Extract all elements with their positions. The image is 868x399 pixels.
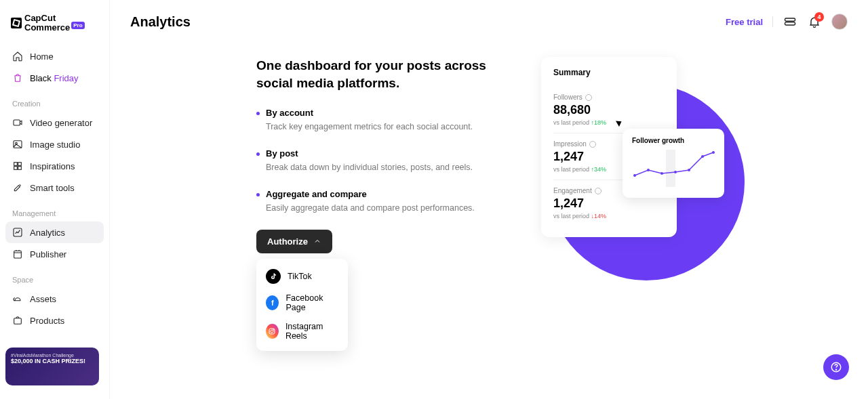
svg-rect-5 bbox=[14, 167, 18, 170]
facebook-icon: f bbox=[266, 295, 279, 310]
svg-rect-3 bbox=[14, 163, 18, 166]
bag-icon bbox=[12, 72, 23, 83]
help-fab[interactable] bbox=[823, 354, 849, 380]
svg-point-21 bbox=[701, 155, 704, 158]
products-icon bbox=[12, 315, 23, 326]
section-space: Space bbox=[5, 265, 104, 288]
instagram-icon bbox=[266, 324, 279, 339]
notification-badge: 4 bbox=[814, 12, 824, 22]
dropdown-item-facebook[interactable]: f Facebook Page bbox=[256, 289, 348, 317]
assets-icon bbox=[12, 293, 23, 304]
svg-point-18 bbox=[660, 172, 663, 175]
sidebar-item-smart-tools[interactable]: Smart tools bbox=[5, 177, 104, 198]
svg-rect-6 bbox=[18, 167, 22, 170]
dropdown-item-instagram[interactable]: Instagram Reels bbox=[256, 317, 348, 345]
tiktok-icon bbox=[266, 269, 281, 284]
svg-point-19 bbox=[674, 171, 677, 173]
sidebar-item-black-friday[interactable]: Black Friday bbox=[5, 67, 104, 89]
sidebar-item-analytics[interactable]: Analytics bbox=[5, 222, 104, 243]
follower-growth-card: Follower growth bbox=[623, 129, 724, 198]
section-creation: Creation bbox=[5, 89, 104, 112]
inspirations-icon bbox=[12, 161, 23, 171]
page-title: Analytics bbox=[130, 14, 191, 30]
sidebar-item-products[interactable]: Products bbox=[5, 310, 104, 331]
video-generator-icon bbox=[12, 117, 23, 128]
sidebar-item-home[interactable]: Home bbox=[5, 45, 104, 67]
svg-rect-8 bbox=[14, 251, 22, 259]
sidebar-item-publisher[interactable]: Publisher bbox=[5, 243, 104, 265]
svg-rect-10 bbox=[785, 18, 795, 21]
sidebar-item-inspirations[interactable]: Inspirations bbox=[5, 155, 104, 177]
hero-left: One dashboard for your posts across soci… bbox=[256, 57, 487, 399]
section-management: Management bbox=[5, 198, 104, 222]
analytics-icon bbox=[12, 227, 23, 238]
chevron-up-icon bbox=[313, 237, 321, 245]
sparkline-chart bbox=[632, 150, 715, 187]
svg-rect-4 bbox=[18, 163, 22, 166]
free-trial-link[interactable]: Free trial bbox=[726, 17, 763, 27]
smart-tools-icon bbox=[12, 182, 23, 193]
authorize-button[interactable]: Authorize bbox=[256, 230, 332, 253]
promo-banner[interactable]: #ViralAdsMarathon Challenge $20,000 IN C… bbox=[5, 348, 99, 385]
svg-point-14 bbox=[273, 329, 274, 330]
authorize-dropdown: TikTok f Facebook Page Instagram Reels bbox=[256, 259, 348, 351]
notifications-icon[interactable]: 4 bbox=[807, 14, 822, 29]
svg-rect-9 bbox=[14, 318, 22, 324]
svg-point-16 bbox=[633, 174, 636, 177]
svg-point-13 bbox=[271, 330, 273, 333]
hero-title: One dashboard for your posts across soci… bbox=[256, 57, 487, 91]
sidebar-item-video-generator[interactable]: Video generator bbox=[5, 112, 104, 133]
point-aggregate: Aggregate and compare Easily aggregate d… bbox=[256, 189, 487, 215]
svg-point-22 bbox=[712, 151, 715, 154]
info-icon bbox=[589, 141, 596, 148]
svg-rect-15 bbox=[666, 150, 675, 187]
hero-illustration: Summary Followers 88,680 vs last period … bbox=[541, 57, 745, 301]
avatar[interactable] bbox=[831, 14, 848, 30]
main: Analytics Free trial 4 One dashboard for… bbox=[110, 0, 868, 399]
svg-rect-0 bbox=[14, 120, 20, 125]
info-icon bbox=[595, 188, 601, 194]
help-icon bbox=[830, 361, 842, 373]
info-icon bbox=[585, 94, 592, 101]
metric-followers: Followers 88,680 vs last period ↑18% bbox=[553, 87, 665, 133]
home-icon bbox=[12, 51, 23, 62]
publisher-icon bbox=[12, 249, 23, 259]
svg-rect-11 bbox=[785, 22, 795, 25]
image-studio-icon bbox=[12, 139, 23, 150]
svg-point-20 bbox=[688, 169, 690, 171]
svg-point-24 bbox=[836, 369, 837, 370]
sidebar-item-image-studio[interactable]: Image studio bbox=[5, 133, 104, 155]
sidebar-item-assets[interactable]: Assets bbox=[5, 288, 104, 310]
logo-icon bbox=[11, 18, 22, 28]
svg-point-17 bbox=[647, 169, 650, 171]
dropdown-item-tiktok[interactable]: TikTok bbox=[256, 264, 348, 289]
topbar: Analytics Free trial 4 bbox=[110, 0, 868, 43]
point-by-post: By post Break data down by individual st… bbox=[256, 148, 487, 174]
sidebar: CapCut CommercePro Home Black Friday Cre… bbox=[0, 0, 110, 399]
logo[interactable]: CapCut CommercePro bbox=[5, 14, 104, 45]
wallet-icon[interactable] bbox=[783, 14, 797, 29]
point-by-account: By account Track key engagement metrics … bbox=[256, 108, 487, 133]
